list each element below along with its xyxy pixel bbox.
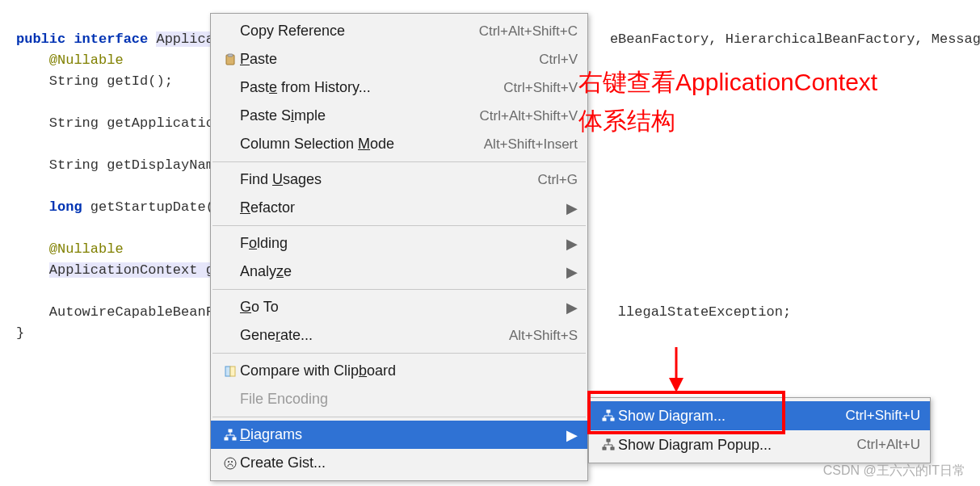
menu-separator — [212, 161, 586, 162]
menu-copy-reference[interactable]: Copy Reference Ctrl+Alt+Shift+C — [211, 17, 587, 45]
svg-rect-14 — [603, 447, 606, 450]
menu-separator — [212, 225, 586, 226]
menu-create-gist[interactable]: Create Gist... — [211, 449, 587, 477]
code-extends-tail: eBeanFactory, HierarchicalBeanFactory, M… — [610, 31, 980, 47]
annotation-nullable-2: @Nullable — [49, 241, 124, 257]
svg-rect-11 — [603, 418, 606, 421]
svg-point-7 — [225, 458, 236, 469]
diagram-icon — [221, 429, 240, 442]
chevron-right-icon: ▶ — [566, 235, 578, 253]
menu-column-selection[interactable]: Column Selection Mode Alt+Shift+Insert — [211, 130, 587, 158]
code-line-getid: String getId(); — [49, 73, 173, 89]
menu-paste[interactable]: Paste Ctrl+V — [211, 45, 587, 73]
svg-rect-2 — [225, 367, 230, 376]
watermark: CSDN @王六六的IT日常 — [823, 463, 965, 480]
menu-compare-clipboard[interactable]: Compare with Clipboard — [211, 357, 587, 385]
svg-rect-10 — [607, 410, 610, 413]
keyword-interface: interface — [74, 31, 148, 47]
code-brace-close: } — [16, 325, 24, 341]
chevron-right-icon: ▶ — [566, 263, 578, 281]
menu-folding[interactable]: Folding ▶ — [211, 229, 587, 258]
svg-rect-6 — [233, 438, 236, 440]
svg-marker-17 — [669, 378, 683, 392]
svg-rect-4 — [229, 429, 232, 432]
chevron-right-icon: ▶ — [566, 299, 578, 316]
svg-point-8 — [228, 461, 229, 463]
code-line-illegal: llegalStateException; — [618, 304, 791, 320]
keyword-public: public — [16, 31, 65, 47]
menu-goto[interactable]: Go To ▶ — [211, 293, 587, 321]
annotation-nullable: @Nullable — [49, 52, 124, 68]
compare-icon — [221, 365, 240, 378]
github-icon — [221, 457, 240, 470]
svg-rect-1 — [228, 54, 233, 57]
code-line-autowire: AutowireCapableBeanF — [49, 304, 214, 320]
svg-rect-3 — [230, 367, 235, 376]
menu-generate[interactable]: Generate... Alt+Shift+S — [211, 321, 587, 350]
menu-refactor[interactable]: Refactor ▶ — [211, 194, 587, 222]
submenu-show-diagram-popup[interactable]: Show Diagram Popup... Ctrl+Alt+U — [589, 430, 930, 459]
menu-separator — [212, 417, 586, 417]
menu-separator — [212, 353, 586, 354]
chevron-right-icon: ▶ — [566, 199, 578, 217]
arrow-icon — [664, 346, 688, 394]
submenu-show-diagram[interactable]: Show Diagram... Ctrl+Shift+U — [589, 401, 930, 430]
context-menu: Copy Reference Ctrl+Alt+Shift+C Paste Ct… — [210, 13, 588, 481]
chevron-right-icon: ▶ — [566, 426, 578, 444]
diagram-icon — [599, 409, 618, 422]
diagram-icon — [599, 438, 618, 451]
menu-paste-simple[interactable]: Paste Simple Ctrl+Alt+Shift+V — [211, 102, 587, 130]
menu-diagrams[interactable]: Diagrams ▶ — [211, 421, 587, 449]
code-line-getapplicatio: String getApplicatio — [49, 115, 214, 131]
diagrams-submenu: Show Diagram... Ctrl+Shift+U Show Diagra… — [588, 397, 931, 463]
svg-point-9 — [231, 461, 233, 463]
paste-icon — [221, 53, 240, 66]
menu-separator — [212, 289, 586, 290]
annotation-text: 右键查看ApplicationContext 体系结构 — [578, 63, 877, 140]
svg-rect-13 — [607, 439, 610, 442]
code-line-getdisplaynam: String getDisplayNam — [49, 157, 214, 173]
code-line-appctx: ApplicationContext g — [49, 262, 214, 278]
menu-find-usages[interactable]: Find Usages Ctrl+G — [211, 165, 587, 194]
svg-rect-12 — [611, 418, 614, 421]
menu-analyze[interactable]: Analyze ▶ — [211, 258, 587, 286]
code-line-getstartupdate: getStartupDate( — [82, 199, 214, 215]
svg-rect-15 — [611, 447, 614, 450]
keyword-long: long — [49, 199, 82, 215]
svg-rect-5 — [225, 438, 228, 440]
menu-paste-history[interactable]: Paste from History... Ctrl+Shift+V — [211, 73, 587, 102]
type-application: Applica — [156, 31, 213, 47]
menu-file-encoding: File Encoding — [211, 385, 587, 413]
